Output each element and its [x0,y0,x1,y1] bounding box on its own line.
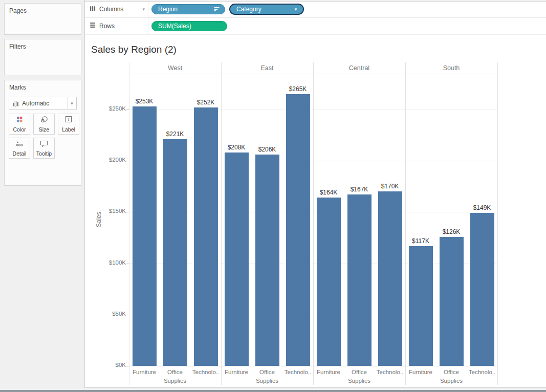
y-tick-label: $100K [95,259,126,266]
pill-sum-sales-label: SUM(Sales) [158,23,191,30]
bar-value-label: $117K [400,237,441,245]
marks-card-title: Marks [5,80,81,95]
y-tick-label: $50K [95,311,126,317]
bar[interactable] [409,246,433,366]
color-button-label: Color [13,126,26,133]
bar-chart-icon [9,100,22,106]
panel-divider [129,62,129,385]
sort-descending-icon[interactable] [214,7,220,12]
bar[interactable] [225,153,249,366]
category-tick-label[interactable]: Supplies [431,377,472,385]
panel-divider [497,62,498,385]
bar-value-label: $149K [462,204,503,211]
bar[interactable] [470,213,494,366]
rows-shelf[interactable]: Rows SUM(Sales) [85,18,546,34]
columns-shelf-text: Columns [99,6,123,13]
bar[interactable] [378,191,402,366]
panel-divider [313,62,314,385]
worksheet: Sales by Region (2) $250K$200K$150K$100K… [85,35,546,388]
pill-sum-sales[interactable]: SUM(Sales) [151,21,227,31]
label-button-label: Label [62,126,75,133]
bar-value-label: $221K [155,130,195,138]
bar[interactable] [347,194,372,366]
region-header[interactable]: West [129,62,221,74]
bar[interactable] [255,155,279,366]
detail-button[interactable]: Detail [9,138,30,159]
bar[interactable] [163,139,187,366]
bar-value-label: $252K [185,99,226,106]
bar-value-label: $265K [277,85,318,93]
category-tick-label[interactable]: Supplies [339,377,380,385]
rows-shelf-label: Rows [85,18,148,34]
columns-icon [90,6,96,13]
tooltip-button[interactable]: Tooltip [33,138,55,159]
tooltip-icon [40,140,48,149]
detail-icon [15,140,24,149]
marks-card: Marks Automatic ▾ Color Size [4,80,81,186]
tooltip-button-label: Tooltip [36,150,52,157]
columns-shelf-label: Columns ▾ [85,2,148,17]
region-header[interactable]: Central [313,62,405,74]
bar[interactable] [286,94,310,366]
mark-type-dropdown[interactable]: Automatic ▾ [9,97,77,110]
y-tick-label: $0K [95,362,126,368]
caret-down-icon[interactable]: ▾ [67,97,76,109]
tableau-workspace: Pages Filters Marks Automatic ▾ Color [0,0,546,392]
y-tick-label: $250K [95,105,126,112]
bar-value-label: $170K [369,183,410,190]
marks-buttons: Color Size T Label Detail [9,114,80,159]
y-axis-title[interactable]: Sales [95,208,102,231]
columns-pill-area[interactable]: Region Category ▼ [148,4,546,15]
panel-divider [405,62,406,385]
pages-shelf-title: Pages [5,4,81,18]
rows-icon [90,22,96,30]
pages-shelf[interactable]: Pages [4,3,81,35]
label-icon: T [64,116,73,125]
bar[interactable] [317,198,341,366]
size-icon [40,116,48,125]
pill-region-label: Region [158,6,178,13]
category-tick-label[interactable]: Supplies [247,377,288,385]
pill-category-label: Category [236,6,261,13]
category-tick-label[interactable]: Supplies [155,377,195,385]
label-button[interactable]: T Label [58,114,79,135]
bar-value-label: $253K [124,98,165,105]
region-header[interactable]: East [221,62,313,74]
window-bottom-edge [0,390,546,392]
columns-shelf-caret-icon[interactable]: ▾ [142,7,145,12]
columns-shelf[interactable]: Columns ▾ Region Category ▼ [85,1,546,17]
y-tick-label: $200K [95,157,126,163]
filters-shelf-title: Filters [5,39,81,54]
color-button[interactable]: Color [9,114,30,135]
bar[interactable] [133,106,157,366]
size-button[interactable]: Size [33,114,55,135]
filters-shelf[interactable]: Filters [4,39,81,75]
bar-value-label: $206K [247,146,288,153]
region-header[interactable]: South [405,62,497,74]
size-button-label: Size [39,126,49,133]
pill-region[interactable]: Region [151,4,225,14]
color-icon [15,116,24,125]
mark-type-value: Automatic [22,100,49,107]
bar-chart: $250K$200K$150K$100K$50K$0KWestEastCentr… [85,35,546,387]
panel-divider [221,62,222,385]
bar[interactable] [440,237,464,366]
caret-down-icon[interactable]: ▼ [290,7,298,12]
detail-button-label: Detail [13,150,27,157]
rows-shelf-text: Rows [99,23,115,30]
bar[interactable] [194,107,218,366]
bar-value-label: $126K [431,228,472,235]
category-tick-label[interactable]: Technolo.. [462,368,503,377]
pill-category[interactable]: Category ▼ [229,4,304,15]
svg-text:T: T [67,117,70,122]
rows-pill-area[interactable]: SUM(Sales) [148,21,546,31]
